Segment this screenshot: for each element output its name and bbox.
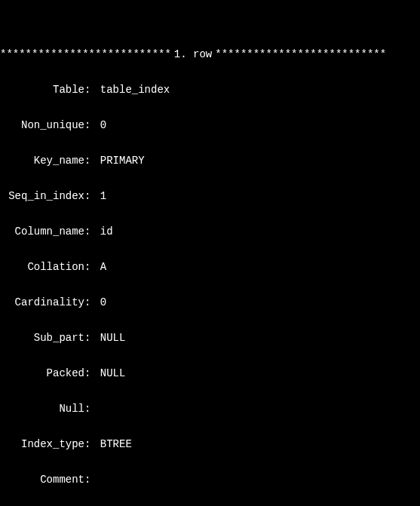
field-label: Cardinality — [0, 297, 84, 309]
field-value: id — [100, 226, 113, 238]
row-number: 1. row — [171, 49, 215, 61]
field-row: Seq_in_index: 1 — [0, 191, 420, 203]
field-value: 0 — [100, 120, 106, 132]
stars-left: *************************** — [0, 49, 171, 61]
field-label: Comment — [0, 474, 84, 486]
field-value: NULL — [100, 368, 126, 380]
field-value: A — [100, 262, 106, 274]
field-row: Column_name: id — [0, 226, 420, 238]
field-label: Index_type — [0, 439, 84, 451]
field-label: Packed — [0, 368, 84, 380]
field-label: Null — [0, 403, 84, 416]
row-separator: *************************** 1. row *****… — [0, 49, 420, 61]
field-label: Sub_part — [0, 333, 84, 345]
terminal-output: *************************** 1. row *****… — [0, 0, 420, 506]
field-row: Collation: A — [0, 262, 420, 274]
field-label: Key_name — [0, 155, 84, 167]
field-label: Collation — [0, 262, 84, 274]
field-value: NULL — [100, 333, 126, 345]
field-label: Non_unique — [0, 120, 84, 132]
field-label: Seq_in_index — [0, 191, 84, 203]
field-row: Comment: — [0, 474, 420, 486]
field-row: Index_type: BTREE — [0, 439, 420, 451]
field-value: BTREE — [100, 439, 132, 451]
field-value: PRIMARY — [100, 155, 145, 167]
field-row: Null: — [0, 403, 420, 416]
field-row: Table: table_index — [0, 84, 420, 97]
field-label: Column_name — [0, 226, 84, 238]
field-row: Cardinality: 0 — [0, 297, 420, 309]
field-value: table_index — [100, 84, 170, 97]
field-label: Table — [0, 84, 84, 97]
field-row: Non_unique: 0 — [0, 120, 420, 132]
field-row: Packed: NULL — [0, 368, 420, 380]
stars-right: *************************** — [215, 49, 386, 61]
field-row: Key_name: PRIMARY — [0, 155, 420, 167]
field-row: Sub_part: NULL — [0, 333, 420, 345]
field-value: 0 — [100, 297, 106, 309]
field-value: 1 — [100, 191, 106, 203]
